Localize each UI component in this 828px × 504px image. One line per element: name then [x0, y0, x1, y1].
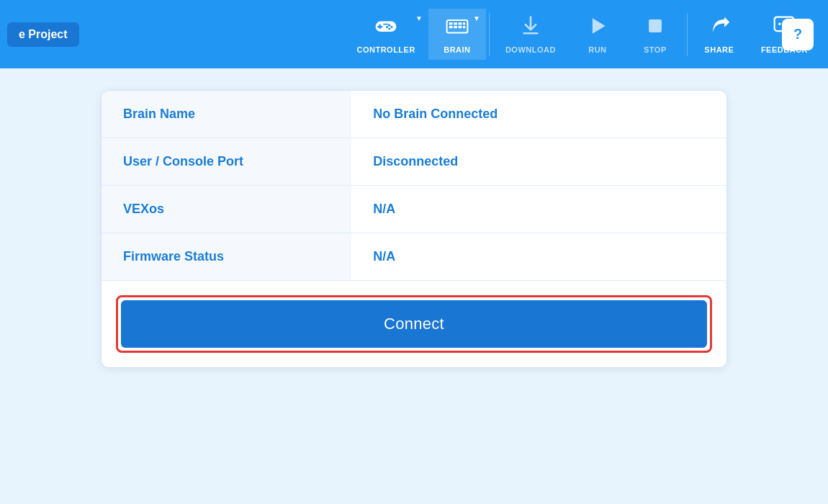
- toolbar-actions: ▼ CONTROLLER ▼: [343, 9, 821, 60]
- toolbar-left: e Project: [7, 22, 79, 47]
- toolbar-item-run[interactable]: RUN: [569, 9, 626, 60]
- brain-name-label: Brain Name: [102, 91, 351, 138]
- project-label: e Project: [19, 28, 68, 40]
- brain-name-value: No Brain Connected: [351, 91, 726, 138]
- svg-marker-18: [593, 18, 606, 33]
- svg-rect-19: [649, 19, 662, 32]
- connect-button[interactable]: Connect: [121, 300, 707, 348]
- svg-rect-12: [454, 26, 457, 28]
- svg-point-5: [386, 26, 388, 28]
- console-port-value: Disconnected: [351, 138, 726, 186]
- firmware-label: Firmware Status: [102, 233, 351, 281]
- controller-label: CONTROLLER: [356, 45, 415, 54]
- connect-button-label: Connect: [384, 315, 444, 333]
- vexos-value: N/A: [351, 186, 726, 233]
- controller-dropdown-arrow: ▼: [415, 14, 423, 22]
- run-icon: [586, 14, 609, 41]
- share-label: SHARE: [704, 45, 734, 54]
- table-row-firmware: Firmware Status N/A: [102, 233, 726, 281]
- main-content: Brain Name No Brain Connected User / Con…: [0, 68, 828, 504]
- svg-rect-9: [449, 22, 453, 24]
- svg-point-6: [388, 27, 390, 30]
- svg-rect-16: [463, 26, 465, 28]
- table-row-vexos: VEXos N/A: [102, 186, 726, 233]
- svg-rect-2: [377, 26, 382, 27]
- svg-rect-10: [449, 26, 453, 28]
- run-label: RUN: [588, 45, 606, 54]
- controller-icon: [374, 14, 397, 41]
- project-button[interactable]: e Project: [7, 22, 79, 47]
- brain-dropdown-arrow: ▼: [473, 14, 480, 22]
- brain-panel: Brain Name No Brain Connected User / Con…: [101, 90, 727, 368]
- svg-rect-13: [458, 22, 462, 24]
- connect-area: Connect: [102, 280, 726, 367]
- toolbar: e Project ▼ CONTROLLER: [0, 0, 828, 68]
- svg-rect-17: [523, 32, 538, 35]
- svg-rect-11: [454, 22, 457, 24]
- svg-rect-7: [383, 24, 389, 25]
- separator-2: [687, 13, 688, 56]
- firmware-value: N/A: [351, 233, 726, 281]
- svg-point-4: [391, 26, 393, 28]
- toolbar-item-controller[interactable]: ▼ CONTROLLER: [343, 9, 428, 60]
- table-row-console-port: User / Console Port Disconnected: [102, 138, 726, 186]
- stop-icon: [644, 14, 667, 41]
- share-icon: [708, 14, 731, 41]
- download-icon: [519, 14, 542, 41]
- stop-label: STOP: [644, 45, 667, 54]
- svg-rect-14: [458, 26, 462, 28]
- table-row-brain-name: Brain Name No Brain Connected: [102, 91, 726, 138]
- toolbar-item-stop[interactable]: STOP: [626, 9, 684, 60]
- svg-point-21: [778, 23, 781, 26]
- separator-1: [489, 13, 490, 56]
- brain-info-table: Brain Name No Brain Connected User / Con…: [102, 91, 726, 280]
- help-button[interactable]: ?: [782, 19, 814, 50]
- toolbar-item-download[interactable]: DOWNLOAD: [492, 9, 569, 60]
- console-port-label: User / Console Port: [102, 138, 351, 186]
- svg-rect-15: [463, 22, 465, 24]
- brain-label: BRAIN: [444, 45, 470, 54]
- brain-icon: [446, 14, 469, 41]
- toolbar-item-share[interactable]: SHARE: [690, 9, 748, 60]
- help-label: ?: [793, 26, 802, 42]
- vexos-label: VEXos: [102, 186, 351, 233]
- download-label: DOWNLOAD: [505, 45, 556, 54]
- connect-btn-wrapper: Connect: [116, 295, 712, 353]
- toolbar-item-brain[interactable]: ▼ BRAIN: [428, 9, 486, 60]
